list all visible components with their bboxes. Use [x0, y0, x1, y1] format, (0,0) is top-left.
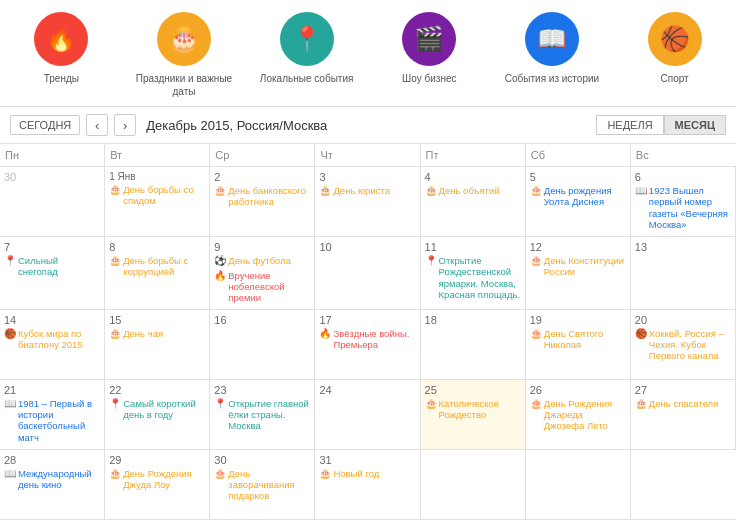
calendar-cell[interactable]: 18 — [421, 310, 526, 380]
calendar-cell[interactable]: 20🏀Хоккей. Россия – Чехия. Кубок Первого… — [631, 310, 736, 380]
trends-label: Тренды — [44, 72, 79, 85]
event-icon: 🔥 — [214, 270, 226, 283]
event-icon: 🎂 — [530, 328, 542, 341]
event-text: День Рождения Джареда Джозефа Лето — [544, 398, 626, 432]
event-icon: 📍 — [425, 255, 437, 268]
weekday-label: Вт — [105, 144, 210, 166]
calendar-cell[interactable]: 14🏀Кубок мира по биатлону 2015 — [0, 310, 105, 380]
calendar-cell[interactable]: 19🎂День Святого Николая — [526, 310, 631, 380]
calendar-cell[interactable]: 23📍Открытие главной ёлки страны. Москва — [210, 380, 315, 450]
day-number: 9 — [214, 241, 310, 253]
calendar-event: 🎂День борьбы с коррупцией — [109, 255, 205, 278]
next-button[interactable]: › — [114, 114, 136, 136]
calendar-event: 🎂День Конституции России — [530, 255, 626, 278]
category-item-local[interactable]: 📍Локальные события — [257, 12, 357, 98]
event-text: День заворачивания подарков — [228, 468, 310, 502]
calendar-event: 📖1981 – Первый в истории баскетбольный м… — [4, 398, 100, 444]
day-number: 28 — [4, 454, 100, 466]
app-container: 🔥Тренды🎂Праздники и важные даты📍Локальны… — [0, 0, 736, 520]
calendar-cell[interactable]: 3🎂День юриста — [315, 167, 420, 237]
calendar-event: 🎂День Рождения Джареда Джозефа Лето — [530, 398, 626, 432]
calendar-event: 📍Сильный снегопад — [4, 255, 100, 278]
calendar-cell[interactable] — [421, 450, 526, 520]
calendar-cell[interactable]: 28📖Международный день кино — [0, 450, 105, 520]
calendar-cell[interactable]: 25🎂Католическое Рождество — [421, 380, 526, 450]
weekday-label: Вс — [631, 144, 736, 166]
calendar-cell[interactable]: 12🎂День Конституции России — [526, 237, 631, 310]
month-title: Декабрь 2015, Россия/Москва — [146, 118, 590, 133]
event-icon: 📖 — [4, 468, 16, 481]
calendar-event: 🎂Новый год — [319, 468, 415, 481]
category-item-sport[interactable]: 🏀Спорт — [625, 12, 725, 98]
event-icon: 🎂 — [319, 185, 331, 198]
calendar-cell[interactable]: 31🎂Новый год — [315, 450, 420, 520]
event-text: Католическое Рождество — [439, 398, 521, 421]
calendar-cell[interactable]: 17🔥Звёздные войны. Премьера — [315, 310, 420, 380]
event-text: Самый короткий день в году — [123, 398, 205, 421]
weekday-label: Чт — [315, 144, 420, 166]
calendar-cell[interactable]: 9⚽День футбола🔥Вручение нобелевской прем… — [210, 237, 315, 310]
calendar-cell[interactable]: 10 — [315, 237, 420, 310]
calendar-cell[interactable] — [526, 450, 631, 520]
calendar-cell[interactable]: 30 — [0, 167, 105, 237]
sport-label: Спорт — [661, 72, 689, 85]
event-text: Открытие главной ёлки страны. Москва — [228, 398, 310, 432]
event-icon: 🎂 — [530, 398, 542, 411]
event-text: Кубок мира по биатлону 2015 — [18, 328, 100, 351]
event-text: 1981 – Первый в истории баскетбольный ма… — [18, 398, 100, 444]
category-item-trends[interactable]: 🔥Тренды — [11, 12, 111, 98]
calendar-cell[interactable]: 22📍Самый короткий день в году — [105, 380, 210, 450]
calendar-cell[interactable]: 27🎂День спасателя — [631, 380, 736, 450]
calendar-event: 🎂День рождения Уолта Диснея — [530, 185, 626, 208]
calendar-cell[interactable]: 26🎂День Рождения Джареда Джозефа Лето — [526, 380, 631, 450]
day-number: 11 — [425, 241, 521, 253]
calendar-cell[interactable]: 8🎂День борьбы с коррупцией — [105, 237, 210, 310]
calendar-event: 📍Самый короткий день в году — [109, 398, 205, 421]
weekday-label: Пн — [0, 144, 105, 166]
calendar-cell[interactable]: 16 — [210, 310, 315, 380]
category-item-history[interactable]: 📖События из истории — [502, 12, 602, 98]
event-icon: 📍 — [109, 398, 121, 411]
day-number: 30 — [4, 171, 100, 183]
history-icon: 📖 — [525, 12, 579, 66]
day-number: 29 — [109, 454, 205, 466]
weekday-label: Ср — [210, 144, 315, 166]
calendar-cell[interactable]: 7📍Сильный снегопад — [0, 237, 105, 310]
calendar-event: 📖1923 Вышел первый номер газеты «Вечерня… — [635, 185, 731, 231]
event-icon: 🎂 — [425, 185, 437, 198]
calendar-event: 📍Открытие Рождественской ярмарки. Москва… — [425, 255, 521, 301]
calendar-cell[interactable]: 29🎂День Рождения Джуда Лоу — [105, 450, 210, 520]
event-icon: 🎂 — [530, 255, 542, 268]
calendar-cell[interactable]: 13 — [631, 237, 736, 310]
event-text: День борьбы со спидом — [123, 184, 205, 207]
calendar-cell[interactable]: 5🎂День рождения Уолта Диснея — [526, 167, 631, 237]
event-icon: 📖 — [635, 185, 647, 198]
today-button[interactable]: СЕГОДНЯ — [10, 115, 80, 135]
category-item-holidays[interactable]: 🎂Праздники и важные даты — [134, 12, 234, 98]
month-view-button[interactable]: МЕСЯЦ — [664, 115, 726, 135]
calendar-event: 📖Международный день кино — [4, 468, 100, 491]
holidays-label: Праздники и важные даты — [134, 72, 234, 98]
calendar-cell[interactable]: 6📖1923 Вышел первый номер газеты «Вечерн… — [631, 167, 736, 237]
calendar-cell[interactable]: 11📍Открытие Рождественской ярмарки. Моск… — [421, 237, 526, 310]
event-icon: ⚽ — [214, 255, 226, 268]
event-text: Хоккей. Россия – Чехия. Кубок Первого ка… — [649, 328, 731, 362]
calendar-cell[interactable]: 21📖1981 – Первый в истории баскетбольный… — [0, 380, 105, 450]
calendar-cell[interactable] — [631, 450, 736, 520]
calendar-cell[interactable]: 1 Янв🎂День борьбы со спидом — [105, 167, 210, 237]
calendar-cell[interactable]: 2🎂День банковского работника — [210, 167, 315, 237]
category-item-show[interactable]: 🎬Шоу бизнес — [379, 12, 479, 98]
prev-button[interactable]: ‹ — [86, 114, 108, 136]
calendar-cell[interactable]: 24 — [315, 380, 420, 450]
day-number: 17 — [319, 314, 415, 326]
event-icon: 🎂 — [109, 255, 121, 268]
view-buttons: НЕДЕЛЯ МЕСЯЦ — [596, 115, 726, 135]
day-number: 20 — [635, 314, 731, 326]
calendar-cell[interactable]: 4🎂День объятий — [421, 167, 526, 237]
week-view-button[interactable]: НЕДЕЛЯ — [596, 115, 663, 135]
day-number: 22 — [109, 384, 205, 396]
calendar-cell[interactable]: 15🎂День чая — [105, 310, 210, 380]
day-number: 21 — [4, 384, 100, 396]
calendar-cell[interactable]: 30🎂День заворачивания подарков — [210, 450, 315, 520]
weekdays-row: ПнВтСрЧтПтСбВс — [0, 144, 736, 167]
